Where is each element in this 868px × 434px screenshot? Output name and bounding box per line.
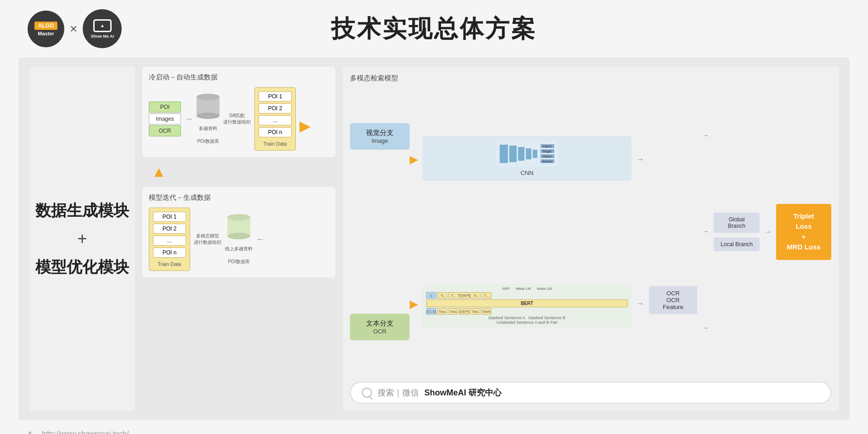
text-branch-label: 文本分支 [366,319,394,328]
bert-tokn: TokN [481,308,491,315]
db-icon [197,94,220,119]
cnn-box: Class+ Negat. Class+ Anchor CNN [423,136,631,181]
mm-arrows-col-3: → → → [702,87,709,376]
cnn-col-3 [518,147,524,161]
cnn-col-5 [533,150,537,158]
algo-label-bot: Master [38,31,54,36]
loss-box: Triplet Loss + MRD Loss [776,204,831,260]
mm-body: 视觉分支 Image 文本分支 OCR ▶ ▶ [350,87,831,376]
local-branch-box: Local Branch [714,237,760,251]
showme-text: Show Me AI [91,34,114,39]
spacer-top [649,150,697,154]
cnn-visual: Class+ Negat. Class+ Anchor [496,141,558,167]
image-label: Image [372,137,388,144]
left-arrow: ← [256,235,265,244]
showme-logo: Show Me AI [83,9,122,48]
cnn-cell-4 [526,148,531,159]
loss-line2: MRD Loss [787,242,820,253]
model-iter-flow: POI 1 POI 2 ... POI n Train Data 多模态模型 进… [149,208,329,271]
db-bottom [197,113,220,119]
masked-sentence-a: Masked Sentence A Masked Sentence B [426,316,628,320]
online-db-label1: 线上多趟资料 [225,246,253,252]
ocr-branch-label: OCR [373,328,387,335]
global-branch-label: Global Branch [720,216,753,229]
train-data-label: Train Data [259,141,292,147]
bert-t3: T[SEP] [459,292,469,299]
iter-poi-2: POI 2 [153,224,186,234]
bert-t4: T₁ [470,292,480,299]
online-db-top [227,214,250,220]
mm-arrows-col-2: → → [636,87,644,376]
bert-cls: [CLS] [426,308,436,315]
bert-box: NSP Mask LM Mask LM C T₁ T... T[SEP] T₁ … [423,284,631,327]
cold-start-section: 冷启动－自动生成数据 POI Images OCR → [142,67,335,157]
feature-column: OCR OCR Feature [649,87,697,376]
global-branch-box: Global Branch [714,213,760,233]
visual-arrow: ▶ [410,153,418,166]
left-panel: 数据生成模块 + 模型优化模块 [29,67,135,411]
class-label-2: Negat. [541,149,554,153]
footer: ↖ http://www.showmeai.tech/ [0,425,868,434]
loss-plus: + [802,232,806,242]
local-branch-label: Local Branch [720,241,753,248]
big-arrow-right: ▶ [299,117,311,135]
sift-step: → [185,114,193,124]
poi-label-box: POI [149,101,181,113]
bert-top-row: C T₁ T... T[SEP] T₁ T... [426,292,628,299]
cnn-class-col: Class+ Negat. Class+ Anchor [541,144,554,163]
bert-tok3: Tok₁ [470,308,480,315]
search-bar: 搜索｜微信 ShowMeAI 研究中心 [350,382,831,404]
logo-area: ALGO Master × Show Me AI [28,9,122,48]
poi-item-1: POI 1 [259,91,292,101]
online-db-bottom [227,233,250,239]
sift-arrow: → [185,114,193,124]
online-database: 线上多趟资料 POI数据库 [225,214,253,265]
iter-poi-1: POI 1 [153,212,186,222]
cold-iter-column: 冷启动－自动生成数据 POI Images OCR → [142,67,335,411]
bert-nsp-row: NSP Mask LM Mask LM [426,287,628,291]
sift-arrow-label: Sift匹配 进行数据组织 [223,113,251,125]
loss-in-arrow-col: → [764,87,772,376]
ocr-label-box: OCR [149,125,181,136]
bert-tok1: Tok₁ [437,308,447,315]
cnn-out-arrow: → [636,155,644,164]
page-title: 技术实现总体方案 [331,13,537,45]
algo-label-top: ALGO [34,22,58,30]
model-opt-module-title: 模型优化模块 [35,258,129,276]
multi-arrow-label: 多模态模型 进行数据组织 [194,233,221,246]
iter-train-data: Train Data [153,261,186,267]
sift-label1: Sift匹配 [229,113,245,119]
text-arrow: ▶ [410,298,418,310]
bert-t1: T₁ [437,292,447,299]
ocr-feature-line2: OCR Feature [655,297,691,310]
bert-out-arrow: → [636,299,644,309]
online-db-label2: POI数据库 [228,259,249,265]
loss-column: Triplet Loss + MRD Loss [776,87,831,376]
poi-stack: POI Images OCR [149,101,181,136]
multimodal-area: 多模态检索模型 视觉分支 Image 文本分支 OCR ▶ [343,67,839,411]
global-in-arrow: → [702,131,709,140]
online-db-icon [227,214,250,239]
cold-start-flow: POI Images OCR → 多趟资料 POI数据库 [149,87,329,151]
ocr-in-arrow: → [702,324,709,332]
cnn-col-4 [526,148,531,159]
bert-sep: [SEP] [459,308,469,315]
poi-database: 多趟资料 POI数据库 [197,94,220,145]
search-brand: ShowMeAI 研究中心 [424,387,502,398]
bert-bottom-row: [CLS] Tok₁ Tok₂ [SEP] Tok₁ TokN [426,308,628,315]
footer-url: http://www.showmeai.tech/ [42,430,129,434]
branch-column: Global Branch Local Branch [714,87,760,376]
data-gen-module-title: 数据生成模块 [35,201,129,220]
vis-text-column: 视觉分支 Image 文本分支 OCR [350,87,405,376]
algo-master-logo: ALGO Master [28,11,64,47]
iter-poi-dots: ... [153,236,186,246]
poi-item-2: POI 2 [259,103,292,113]
class-label-1: Class+ [541,144,554,148]
ocr-feature-line1: OCR [655,290,691,297]
search-icon [362,388,372,398]
iter-poi-n: POI n [153,248,186,258]
iter-up-arrow-wrapper: ▲ [142,163,335,180]
model-iter-title: 模型迭代－生成数据 [149,193,329,202]
poi-list-box: POI 1 POI 2 ... POI n Train Data [254,87,296,151]
loss-line1: Triplet Loss [785,211,822,232]
